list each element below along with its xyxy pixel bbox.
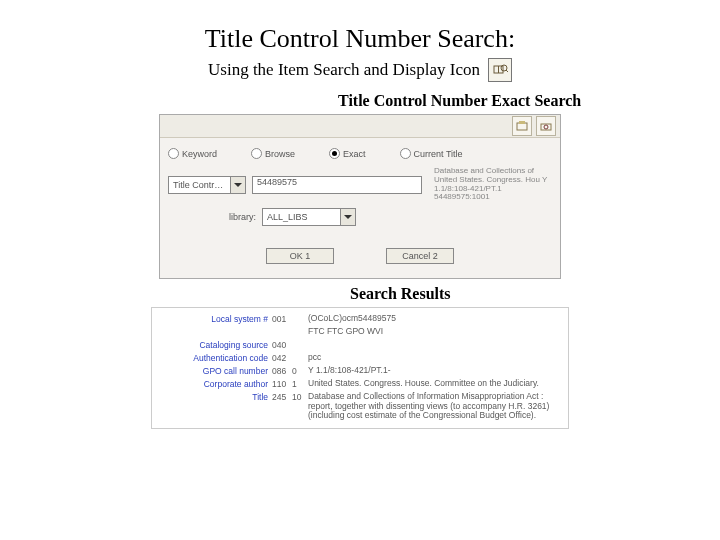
result-value: pcc [308,353,560,363]
result-row: FTC FTC GPO WVI [160,327,560,337]
result-marc-tag: 086 [272,366,292,376]
radio-keyword[interactable]: Keyword [168,148,217,159]
svg-line-3 [506,70,508,72]
search-value-input[interactable]: 54489575 [252,176,422,194]
result-marc-tag: 245 [272,392,292,402]
side-preview-text: Database and Collections of United State… [428,167,552,202]
result-row: Cataloging source040 [160,340,560,350]
radio-label: Browse [265,149,295,159]
result-field-label: GPO call number [160,366,272,376]
result-marc-tag: 001 [272,314,292,324]
search-dialog: Keyword Browse Exact Current Title Title… [159,114,561,279]
svg-point-7 [544,125,548,129]
result-row: Corporate author1101United States. Congr… [160,379,560,389]
result-field-label: Corporate author [160,379,272,389]
svg-rect-4 [517,123,527,130]
result-marc-tag: 042 [272,353,292,363]
result-marc-tag: 040 [272,340,292,350]
radio-label: Exact [343,149,366,159]
chevron-down-icon [340,209,355,225]
combo-text: Title Contro ▾ [169,180,230,190]
result-row: GPO call number0860Y 1.1/8:108-421/PT.1- [160,366,560,376]
radio-label: Keyword [182,149,217,159]
search-results-panel: Local system #001(OCoLC)ocm54489575FTC F… [151,307,569,429]
result-field-label: Authentication code [160,353,272,363]
combo-text: ALL_LIBS [263,212,340,222]
radio-label: Current Title [414,149,463,159]
result-field-label: Title [160,392,272,402]
item-search-display-icon [488,58,512,82]
result-value: United States. Congress. House. Committe… [308,379,560,389]
toolbar-icon-1[interactable] [512,116,532,136]
svg-marker-9 [344,215,352,219]
library-label: library: [198,212,256,222]
search-field-combo[interactable]: Title Contro ▾ [168,176,246,194]
result-indicator: 10 [292,392,308,402]
svg-rect-5 [519,121,525,124]
dialog-toolbar [160,115,560,138]
chevron-down-icon [230,177,245,193]
svg-marker-8 [234,183,242,187]
page-title: Title Control Number Search: [0,0,720,54]
section-label-results: Search Results [350,285,720,303]
result-value: FTC FTC GPO WVI [308,327,560,337]
result-indicator: 0 [292,366,308,376]
result-value: Database and Collections of Information … [308,392,560,421]
toolbar-icon-2[interactable] [536,116,556,136]
result-row: Authentication code042pcc [160,353,560,363]
result-row: Title24510Database and Collections of In… [160,392,560,421]
radio-current-title[interactable]: Current Title [400,148,463,159]
result-value: Y 1.1/8:108-421/PT.1- [308,366,560,376]
library-combo[interactable]: ALL_LIBS [262,208,356,226]
result-row: Local system #001(OCoLC)ocm54489575 [160,314,560,324]
radio-exact[interactable]: Exact [329,148,366,159]
radio-browse[interactable]: Browse [251,148,295,159]
cancel-button[interactable]: Cancel 2 [386,248,454,264]
result-indicator: 1 [292,379,308,389]
result-field-label: Cataloging source [160,340,272,350]
result-value: (OCoLC)ocm54489575 [308,314,560,324]
ok-button[interactable]: OK 1 [266,248,334,264]
section-label-exact-search: Title Control Number Exact Search [338,92,720,110]
search-type-radio-group: Keyword Browse Exact Current Title [168,148,552,159]
result-marc-tag: 110 [272,379,292,389]
page-subtitle: Using the Item Search and Display Icon [208,60,480,80]
result-field-label: Local system # [160,314,272,324]
